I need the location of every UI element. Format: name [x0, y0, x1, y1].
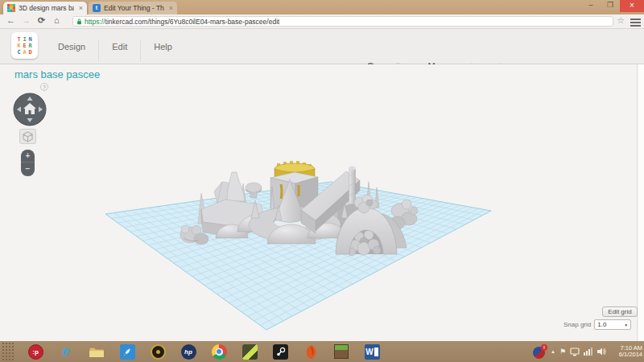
view-navigation-pad[interactable] — [12, 92, 47, 127]
back-button[interactable]: ← — [6, 15, 15, 25]
zoom-control[interactable]: + − — [21, 150, 35, 176]
hp-support-icon[interactable]: hp — [179, 343, 198, 360]
window-restore-button[interactable]: ❐ — [601, 0, 620, 12]
antivirus-alert-icon[interactable]: ! — [533, 345, 547, 359]
windows-taskbar: :p e hp — [0, 341, 644, 362]
tab-tinkercad[interactable]: 3D design mars base pasc × — [3, 2, 87, 14]
tab-title: Edit Your Thing - Thingiv — [104, 4, 164, 12]
bookmark-star-icon[interactable]: ☆ — [617, 15, 625, 26]
orange-creature-app-icon[interactable] — [301, 343, 320, 360]
tinkercad-logo[interactable]: TINKERCAD — [11, 32, 38, 59]
url-bar[interactable]: https:// tinkercad.com/things/6Yu8c0ilE0… — [72, 16, 613, 27]
tab-close-icon[interactable]: × — [167, 4, 173, 12]
word-icon[interactable]: W — [362, 343, 382, 360]
tab-thingiverse[interactable]: t Edit Your Thing - Thingiv × — [89, 2, 177, 14]
tab-title: 3D design mars base pasc — [19, 4, 74, 12]
zoom-out-button[interactable]: − — [21, 162, 35, 175]
viewport[interactable]: mars base pascee ? + − Edit grid Snap gr… — [0, 64, 638, 341]
zoom-in-button[interactable]: + — [21, 150, 35, 162]
chrome-icon[interactable] — [209, 343, 229, 360]
twisted-pole[interactable] — [349, 167, 356, 205]
edit-grid-button[interactable]: Edit grid — [602, 306, 638, 317]
display-icon[interactable] — [570, 348, 580, 356]
snap-grid-select[interactable]: 1.0 ▼ — [594, 319, 631, 330]
menu-help[interactable]: Help — [141, 29, 185, 64]
steam-icon[interactable] — [270, 343, 290, 360]
clock[interactable]: 7:10 AM 6/1/2014 — [610, 345, 642, 359]
forward-button[interactable]: → — [22, 15, 31, 25]
rocket-app-icon[interactable] — [118, 343, 137, 360]
url-scheme: https:// — [85, 18, 105, 26]
page-gutter — [638, 64, 644, 341]
minecraft-icon[interactable] — [332, 343, 351, 360]
internet-explorer-icon[interactable]: e — [56, 343, 76, 360]
network-signal-icon[interactable] — [584, 348, 593, 356]
https-lock-icon — [76, 19, 82, 25]
start-button[interactable] — [2, 342, 14, 361]
tinkercad-toolbar: TINKERCAD DesignEditHelp ↶ Undo ↷ Redo ✕… — [0, 29, 644, 64]
menu-edit[interactable]: Edit — [99, 29, 140, 64]
browser-titlebar: 3D design mars base pasc × t Edit Your T… — [0, 0, 644, 14]
chrome-menu-icon[interactable] — [630, 19, 641, 28]
help-icon[interactable]: ? — [40, 83, 48, 91]
screen: 3D design mars base pasc × t Edit Your T… — [0, 0, 644, 362]
action-flag-icon[interactable]: ⚑ — [559, 348, 566, 356]
fit-view-button[interactable] — [19, 129, 36, 144]
gold-disc-app-icon[interactable] — [148, 343, 167, 360]
tinkercad-favicon-icon — [7, 4, 15, 12]
url-text: tinkercad.com/things/6Yu8c0ilE04-mars-ba… — [105, 18, 280, 26]
file-explorer-icon[interactable] — [87, 343, 106, 360]
emoticon-media-app-icon[interactable]: :p — [26, 343, 45, 360]
browser-navbar: ← → ⟳ ⌂ https:// tinkercad.com/things/6Y… — [0, 14, 644, 29]
tab-close-icon[interactable]: × — [77, 4, 83, 12]
lime-leaf-app-icon[interactable] — [240, 343, 259, 360]
design-title[interactable]: mars base pascee — [14, 68, 100, 80]
show-hidden-caret-icon[interactable]: ▲ — [551, 349, 555, 354]
volume-icon[interactable] — [597, 348, 606, 356]
dropdown-arrow-icon: ▼ — [624, 323, 628, 327]
refresh-button[interactable]: ⟳ — [38, 15, 45, 26]
snap-grid-label: Snap grid — [564, 321, 591, 328]
3d-scene[interactable] — [0, 64, 638, 341]
menu-design[interactable]: Design — [45, 29, 98, 64]
home-button[interactable]: ⌂ — [54, 15, 60, 25]
thingiverse-favicon-icon: t — [93, 4, 101, 12]
window-close-button[interactable]: × — [620, 0, 644, 12]
window-minimize-button[interactable]: – — [581, 0, 601, 12]
